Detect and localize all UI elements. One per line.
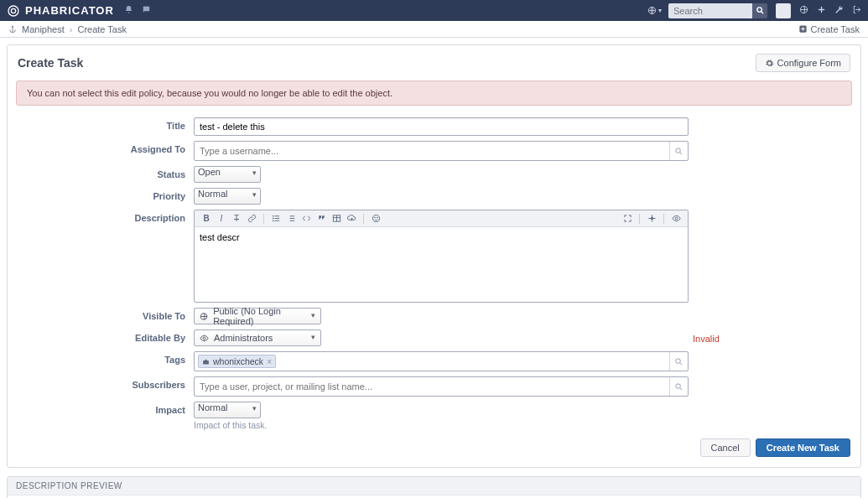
italic-icon[interactable]: I <box>215 213 228 225</box>
search-input[interactable] <box>668 3 752 18</box>
label-priority: Priority <box>18 188 194 201</box>
svg-point-28 <box>374 217 375 218</box>
brand-text: PHABRICATOR <box>25 4 114 17</box>
svg-point-37 <box>676 358 681 363</box>
crumb-action[interactable]: Create Task <box>798 24 860 34</box>
wrench-icon[interactable] <box>834 5 844 17</box>
svg-point-27 <box>372 215 379 221</box>
impact-helper: Impact of this task. <box>194 420 689 430</box>
ul-icon[interactable] <box>269 213 283 225</box>
cancel-button[interactable]: Cancel <box>700 438 751 457</box>
subscribers-input[interactable] <box>195 378 669 395</box>
label-tags: Tags <box>18 351 194 365</box>
crumb-app[interactable]: Maniphest <box>22 24 65 34</box>
meme-icon[interactable] <box>369 213 382 225</box>
label-title: Title <box>18 117 194 131</box>
preview-header: DESCRIPTION PREVIEW <box>8 477 860 495</box>
status-select[interactable]: Open <box>194 166 261 183</box>
anchor-icon <box>8 25 17 34</box>
error-message: You can not select this edit policy, bec… <box>16 80 852 106</box>
pin-icon[interactable] <box>645 213 658 225</box>
label-impact: Impact <box>18 402 194 415</box>
svg-point-8 <box>12 26 13 28</box>
svg-point-13 <box>676 148 681 153</box>
priority-select[interactable]: Normal <box>194 188 261 205</box>
topbar: PHABRICATOR ▾ <box>0 0 868 21</box>
svg-line-4 <box>761 12 762 13</box>
preview-panel: DESCRIPTION PREVIEW test descr <box>7 476 861 498</box>
svg-point-17 <box>273 218 273 219</box>
submit-button[interactable]: Create New Task <box>756 438 850 457</box>
label-description: Description <box>18 210 194 223</box>
globe-icon[interactable] <box>799 5 808 17</box>
subscribers-browse-button[interactable] <box>669 377 688 396</box>
svg-line-14 <box>680 152 682 153</box>
svg-point-39 <box>676 383 681 388</box>
visible-select[interactable]: Public (No Login Required) <box>194 308 321 324</box>
title-input[interactable] <box>194 117 689 136</box>
remove-tag-icon[interactable]: × <box>267 357 272 366</box>
globe-icon <box>200 312 208 321</box>
label-visible: Visible To <box>18 308 194 321</box>
plus-icon[interactable] <box>817 5 826 17</box>
search-button[interactable] <box>752 3 767 18</box>
code-icon[interactable] <box>299 213 313 225</box>
logout-icon[interactable] <box>852 5 861 17</box>
invalid-badge: Invalid <box>693 334 720 344</box>
svg-point-0 <box>8 6 18 16</box>
tag-chip[interactable]: whonixcheck × <box>198 355 276 368</box>
label-status: Status <box>18 166 194 179</box>
svg-rect-36 <box>203 361 209 365</box>
svg-point-33 <box>675 217 678 220</box>
table-icon[interactable] <box>330 213 343 225</box>
label-editable: Editable By <box>18 329 194 343</box>
description-textarea[interactable] <box>195 227 688 299</box>
gear-icon <box>765 59 774 68</box>
bold-icon[interactable]: B <box>200 213 213 225</box>
svg-point-15 <box>273 215 273 216</box>
form: Title Assigned To Status <box>8 114 860 467</box>
svg-point-19 <box>273 220 273 221</box>
app-logo[interactable]: PHABRICATOR <box>7 4 114 18</box>
quote-icon[interactable] <box>314 213 328 225</box>
bell-icon[interactable] <box>124 5 133 17</box>
tags-browse-button[interactable] <box>669 352 688 371</box>
label-assigned: Assigned To <box>18 141 194 154</box>
upload-icon[interactable] <box>345 213 358 225</box>
description-editor: B I T <box>194 210 689 303</box>
ol-icon[interactable] <box>284 213 298 225</box>
briefcase-icon <box>202 358 210 366</box>
avatar[interactable] <box>776 3 791 18</box>
strike-icon[interactable]: T <box>230 213 243 225</box>
chevron-right-icon: › <box>70 24 73 34</box>
breadcrumb: Maniphest › Create Task Create Task <box>0 21 868 38</box>
page-title: Create Task <box>18 56 83 70</box>
svg-point-29 <box>377 217 377 218</box>
svg-line-38 <box>680 362 682 364</box>
crumb-page[interactable]: Create Task <box>77 24 127 34</box>
fullscreen-icon[interactable] <box>621 213 634 225</box>
chat-icon[interactable] <box>142 5 151 17</box>
svg-point-1 <box>11 8 15 13</box>
editable-select[interactable]: Administrators <box>194 329 321 346</box>
language-dropdown[interactable]: ▾ <box>647 6 662 15</box>
eye-icon <box>200 334 209 343</box>
main-panel: Create Task Configure Form You can not s… <box>7 44 861 468</box>
configure-form-button[interactable]: Configure Form <box>756 54 850 72</box>
label-subscribers: Subscribers <box>18 376 194 390</box>
svg-point-3 <box>756 8 761 13</box>
svg-point-35 <box>203 337 205 340</box>
link-icon[interactable] <box>245 213 258 225</box>
impact-select[interactable]: Normal <box>194 402 261 418</box>
assigned-input[interactable] <box>195 143 669 159</box>
tags-input[interactable] <box>278 353 669 370</box>
preview-icon[interactable] <box>669 213 683 225</box>
assigned-browse-button[interactable] <box>669 142 688 160</box>
svg-line-40 <box>680 387 682 389</box>
